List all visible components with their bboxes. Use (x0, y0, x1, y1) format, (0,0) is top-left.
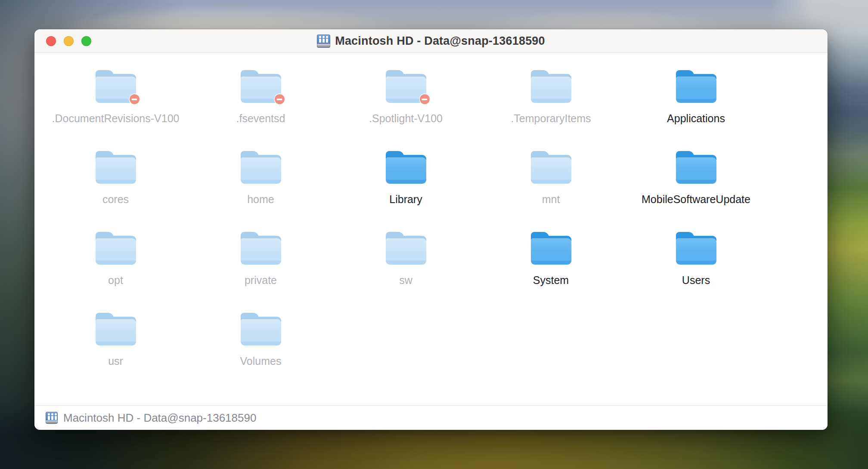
folder-icon (386, 70, 426, 103)
folder-item[interactable]: usr (43, 296, 188, 376)
folder-icon (241, 151, 281, 184)
folder-item[interactable]: Applications (623, 53, 769, 134)
folder-item[interactable]: cores (43, 134, 188, 215)
folder-item[interactable]: sw (333, 215, 478, 296)
folder-label: home (247, 194, 274, 205)
folder-item[interactable]: opt (43, 215, 188, 296)
folder-icon (96, 70, 136, 103)
folder-label: sw (399, 275, 412, 286)
folder-item[interactable]: home (188, 134, 333, 215)
folder-label: cores (102, 194, 129, 205)
no-access-badge (275, 94, 285, 104)
folder-item[interactable]: System (478, 215, 623, 296)
folder-label: Applications (667, 113, 725, 124)
window-title: Macintosh HD - Data@snap-13618590 (317, 34, 545, 48)
folder-item[interactable]: Library (333, 134, 478, 215)
folder-item[interactable]: .fseventsd (188, 53, 333, 134)
desktop: Macintosh HD - Data@snap-13618590 .Docum… (0, 0, 868, 469)
folder-grid: .DocumentRevisions-V100 .fseventsd .Spot… (34, 53, 828, 376)
close-button[interactable] (46, 36, 56, 46)
icon-view[interactable]: .DocumentRevisions-V100 .fseventsd .Spot… (34, 53, 828, 405)
folder-label: .fseventsd (236, 113, 285, 124)
folder-item[interactable]: Volumes (188, 296, 333, 376)
folder-icon (96, 151, 136, 184)
no-access-badge (130, 94, 140, 104)
folder-icon (96, 232, 136, 265)
folder-icon (241, 70, 281, 103)
folder-icon (241, 313, 281, 346)
folder-icon (241, 232, 281, 265)
zoom-button[interactable] (81, 36, 91, 46)
folder-label: .DocumentRevisions-V100 (52, 113, 180, 124)
folder-label: .Spotlight-V100 (369, 113, 443, 124)
folder-label: usr (108, 355, 123, 367)
folder-label: Volumes (240, 355, 282, 367)
window-title-text: Macintosh HD - Data@snap-13618590 (335, 34, 545, 48)
folder-icon (531, 151, 571, 184)
folder-item[interactable]: .Spotlight-V100 (333, 53, 478, 134)
folder-item[interactable]: mnt (478, 134, 623, 215)
finder-window: Macintosh HD - Data@snap-13618590 .Docum… (34, 29, 828, 430)
folder-label: private (245, 275, 277, 286)
no-access-badge (420, 94, 430, 104)
folder-item[interactable]: MobileSoftwareUpdate (623, 134, 769, 215)
folder-item[interactable]: Users (623, 215, 769, 296)
folder-icon (386, 151, 426, 184)
folder-label: Library (389, 194, 422, 205)
minimize-button[interactable] (64, 36, 74, 46)
status-bar-text: Macintosh HD - Data@snap-13618590 (63, 411, 256, 425)
folder-icon (676, 70, 716, 103)
status-bar: Macintosh HD - Data@snap-13618590 (34, 405, 828, 430)
traffic-lights (46, 29, 91, 52)
folder-item[interactable]: .TemporaryItems (478, 53, 623, 134)
folder-icon (531, 70, 571, 103)
folder-label: System (533, 275, 569, 286)
title-bar[interactable]: Macintosh HD - Data@snap-13618590 (34, 29, 828, 53)
folder-item[interactable]: private (188, 215, 333, 296)
folder-icon (676, 151, 716, 184)
folder-label: Users (682, 275, 710, 286)
folder-icon (386, 232, 426, 265)
folder-label: opt (108, 275, 123, 286)
folder-label: MobileSoftwareUpdate (642, 194, 750, 205)
folder-icon (96, 313, 136, 346)
folder-label: .TemporaryItems (511, 113, 591, 124)
folder-icon (676, 232, 716, 265)
shared-drive-icon (46, 412, 58, 424)
folder-icon (531, 232, 571, 265)
folder-label: mnt (542, 194, 560, 205)
folder-item[interactable]: .DocumentRevisions-V100 (43, 53, 188, 134)
shared-drive-icon (317, 34, 330, 48)
